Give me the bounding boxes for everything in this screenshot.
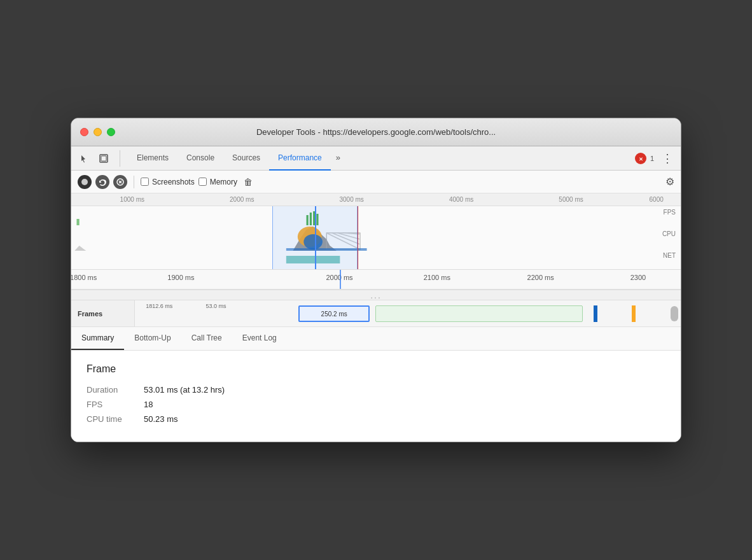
error-indicator[interactable]: ✕ 1 <box>635 153 654 164</box>
net-track-label: NET <box>663 252 676 259</box>
frames-label: Frames <box>71 300 135 326</box>
ruler-mark-5000: 5000 ms <box>559 196 583 203</box>
maximize-button[interactable] <box>107 128 115 136</box>
summary-row-fps: FPS 18 <box>87 400 665 409</box>
cpu-track-label: CPU <box>662 230 676 237</box>
devtools-content: Elements Console Sources Performance » ✕ <box>71 146 681 442</box>
svg-rect-1 <box>101 156 106 161</box>
zoomed-ruler: 1800 ms 1900 ms 2000 ms 2100 ms 2200 ms … <box>71 270 681 290</box>
stop-button[interactable] <box>113 175 127 189</box>
fps-track <box>71 206 649 227</box>
frame-indicator-blue <box>594 305 597 322</box>
svg-rect-9 <box>310 213 312 225</box>
cursor-icon[interactable] <box>76 150 93 167</box>
ruler-mark-1000: 1000 ms <box>120 196 144 203</box>
timeline-ruler: 1000 ms 2000 ms 3000 ms 4000 ms 5000 ms … <box>71 193 681 206</box>
zoomed-mark-2200: 2200 ms <box>527 274 554 281</box>
tab-elements[interactable]: Elements <box>128 146 178 171</box>
bottom-panel: Summary Bottom-Up Call Tree Event Log Fr… <box>71 327 681 442</box>
minimize-button[interactable] <box>94 128 102 136</box>
summary-title: Frame <box>87 363 665 375</box>
ruler-mark-6000: 6000 <box>650 196 664 203</box>
devtools-window: Developer Tools - https://developers.goo… <box>71 118 681 442</box>
net-track <box>71 251 649 269</box>
error-icon: ✕ <box>635 153 646 164</box>
svg-point-15 <box>303 234 323 249</box>
screenshots-checkbox-input[interactable] <box>141 178 149 186</box>
svg-rect-8 <box>307 215 309 225</box>
ruler-mark-3000: 3000 ms <box>339 196 363 203</box>
svg-marker-12 <box>74 246 86 251</box>
zoomed-mark-2100: 2100 ms <box>424 274 450 281</box>
summary-row-cpu: CPU time 50.23 ms <box>87 414 665 424</box>
summary-value-cpu: 50.23 ms <box>144 414 178 424</box>
toolbar-separator <box>134 176 134 188</box>
ruler-mark-4000: 4000 ms <box>449 196 473 203</box>
tabbar: Elements Console Sources Performance » ✕ <box>71 146 681 171</box>
tab-performance[interactable]: Performance <box>269 146 331 171</box>
settings-button[interactable]: ⚙ <box>665 176 674 188</box>
summary-label-duration: Duration <box>87 385 144 395</box>
summary-row-duration: Duration 53.01 ms (at 13.2 hrs) <box>87 385 665 395</box>
frame-icon[interactable] <box>95 150 112 167</box>
screenshots-checkbox[interactable]: Screenshots <box>141 178 195 186</box>
performance-toolbar: Screenshots Memory 🗑 ⚙ <box>71 171 681 193</box>
reload-record-button[interactable] <box>95 175 109 189</box>
tab-summary[interactable]: Summary <box>71 327 124 350</box>
timeline-tracks: FPS CPU NET <box>71 206 681 270</box>
clear-button[interactable]: 🗑 <box>241 176 255 188</box>
frame-dur-2: 53.0 ms <box>206 303 226 309</box>
zoomed-timeline: 1800 ms 1900 ms 2000 ms 2100 ms 2200 ms … <box>71 270 681 290</box>
summary-value-duration: 53.01 ms (at 13.2 hrs) <box>144 385 225 395</box>
svg-rect-7 <box>76 219 79 225</box>
bottom-tabs: Summary Bottom-Up Call Tree Event Log <box>71 327 681 351</box>
cpu-track <box>71 227 649 251</box>
memory-checkbox[interactable]: Memory <box>198 178 237 186</box>
frame-block-green[interactable] <box>375 305 583 322</box>
tab-call-tree[interactable]: Call Tree <box>181 327 232 350</box>
svg-rect-11 <box>316 214 318 225</box>
tab-bottom-up[interactable]: Bottom-Up <box>124 327 181 350</box>
zoomed-scrubber <box>340 270 341 289</box>
summary-content: Frame Duration 53.01 ms (at 13.2 hrs) FP… <box>71 351 681 442</box>
memory-checkbox-input[interactable] <box>198 178 207 186</box>
zoomed-mark-2300: 2300 <box>630 274 646 281</box>
separator: ... <box>71 290 681 300</box>
frames-content: 1812.6 ms 53.0 ms 250.2 ms <box>135 300 681 326</box>
frames-scrollbar[interactable] <box>671 306 678 321</box>
summary-value-fps: 18 <box>144 400 153 409</box>
frame-dur-1: 1812.6 ms <box>146 303 172 309</box>
zoomed-mark-1900: 1900 ms <box>167 274 194 281</box>
titlebar: Developer Tools - https://developers.goo… <box>71 118 681 146</box>
svg-rect-23 <box>286 256 340 263</box>
fps-track-label: FPS <box>664 209 676 216</box>
error-count: 1 <box>650 155 654 162</box>
more-options-icon[interactable]: ⋮ <box>659 150 676 167</box>
record-button[interactable] <box>78 175 92 189</box>
frames-row: Frames 1812.6 ms 53.0 ms 250.2 ms <box>71 300 681 327</box>
summary-label-cpu: CPU time <box>87 414 144 424</box>
tab-more[interactable]: » <box>331 146 345 171</box>
toolbar-tools <box>76 150 120 167</box>
traffic-lights <box>80 128 115 136</box>
close-button[interactable] <box>80 128 88 136</box>
svg-rect-10 <box>313 211 315 225</box>
tab-event-log[interactable]: Event Log <box>232 327 287 350</box>
summary-label-fps: FPS <box>87 400 144 409</box>
zoomed-mark-1800: 1800 ms <box>71 274 97 281</box>
svg-text:✕: ✕ <box>638 156 643 162</box>
window-title: Developer Tools - https://developers.goo… <box>256 127 496 137</box>
timeline-overview[interactable]: 1000 ms 2000 ms 3000 ms 4000 ms 5000 ms … <box>71 193 681 270</box>
tab-console[interactable]: Console <box>178 146 223 171</box>
frame-indicator-yellow <box>632 305 636 322</box>
tab-sources[interactable]: Sources <box>223 146 269 171</box>
selected-frame-block[interactable]: 250.2 ms <box>298 305 370 322</box>
ruler-mark-2000: 2000 ms <box>230 196 254 203</box>
tabbar-right: ✕ 1 ⋮ <box>635 150 676 167</box>
